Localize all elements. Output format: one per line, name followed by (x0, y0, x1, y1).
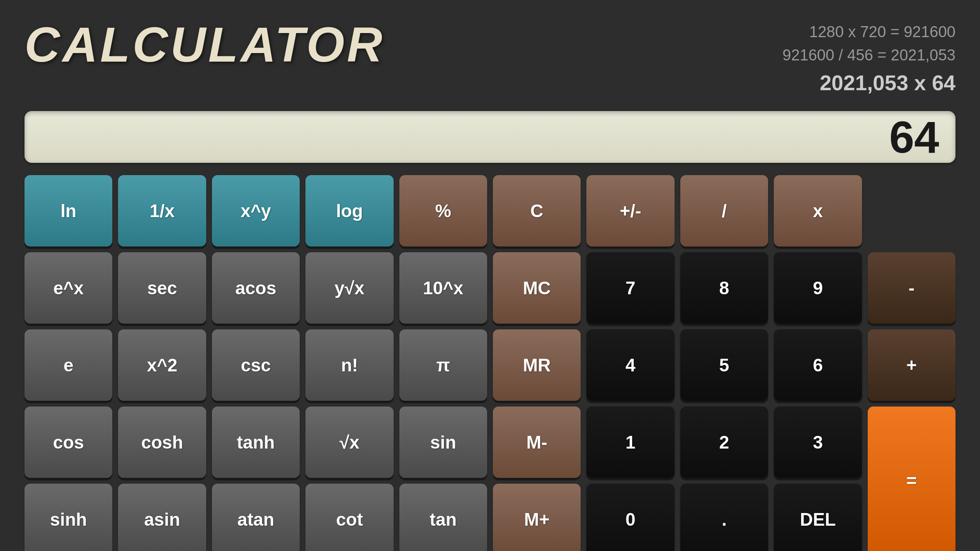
btn-log[interactable]: log (305, 175, 393, 247)
btn-1x[interactable]: 1/x (118, 175, 206, 247)
btn-3[interactable]: 3 (774, 407, 862, 478)
btn-10x[interactable]: 10^x (399, 252, 487, 324)
btn-factorial[interactable]: n! (305, 329, 393, 401)
btn-6[interactable]: 6 (774, 329, 862, 401)
btn-multiply[interactable]: x (774, 175, 862, 247)
btn-sqrt[interactable]: √x (305, 407, 393, 478)
btn-tan[interactable]: tan (399, 484, 487, 551)
btn-ln[interactable]: ln (24, 175, 112, 247)
btn-mminus[interactable]: M- (493, 407, 581, 478)
btn-sec[interactable]: sec (118, 252, 206, 324)
btn-4[interactable]: 4 (586, 329, 674, 401)
btn-divide[interactable]: / (680, 175, 768, 247)
btn-acos[interactable]: acos (212, 252, 300, 324)
history-area: 1280 x 720 = 921600 921600 / 456 = 2021,… (782, 20, 956, 99)
btn-9[interactable]: 9 (774, 252, 862, 324)
btn-mplus[interactable]: M+ (493, 484, 581, 551)
btn-csc[interactable]: csc (212, 329, 300, 401)
btn-xsquared[interactable]: x^2 (118, 329, 206, 401)
btn-pi[interactable]: π (399, 329, 487, 401)
btn-percent[interactable]: % (399, 175, 487, 247)
btn-1[interactable]: 1 (586, 407, 674, 478)
btn-asin[interactable]: asin (118, 484, 206, 551)
btn-yrootx[interactable]: y√x (305, 252, 393, 324)
btn-2[interactable]: 2 (680, 407, 768, 478)
buttons-grid: ln 1/x x^y log % C +/- / x e^x sec acos … (24, 175, 956, 551)
btn-minus[interactable]: - (868, 252, 956, 324)
btn-cos[interactable]: cos (24, 407, 112, 478)
btn-cosh[interactable]: cosh (118, 407, 206, 478)
btn-del[interactable]: DEL (774, 484, 862, 551)
display-value: 64 (889, 111, 939, 163)
history-line2: 921600 / 456 = 2021,053 (782, 44, 956, 67)
btn-sin[interactable]: sin (399, 407, 487, 478)
btn-plusminus[interactable]: +/- (586, 175, 674, 247)
btn-7[interactable]: 7 (586, 252, 674, 324)
btn-plus[interactable]: + (868, 329, 956, 401)
top-area: CALCULATOR 1280 x 720 = 921600 921600 / … (24, 16, 956, 99)
btn-atan[interactable]: atan (212, 484, 300, 551)
current-expression: 2021,053 x 64 (782, 67, 956, 99)
btn-decimal[interactable]: . (680, 484, 768, 551)
app-title: CALCULATOR (24, 16, 385, 73)
btn-ex[interactable]: e^x (24, 252, 112, 324)
btn-cot[interactable]: cot (305, 484, 393, 551)
btn-sinh[interactable]: sinh (24, 484, 112, 551)
btn-8[interactable]: 8 (680, 252, 768, 324)
btn-clear[interactable]: C (493, 175, 581, 247)
history-line1: 1280 x 720 = 921600 (782, 20, 956, 44)
btn-0[interactable]: 0 (586, 484, 674, 551)
btn-xpowy[interactable]: x^y (212, 175, 300, 247)
btn-tanh[interactable]: tanh (212, 407, 300, 478)
btn-mr[interactable]: MR (493, 329, 581, 401)
btn-equals[interactable]: = (868, 407, 956, 551)
display: 64 (24, 111, 956, 163)
btn-5[interactable]: 5 (680, 329, 768, 401)
btn-e[interactable]: e (24, 329, 112, 401)
btn-mc[interactable]: MC (493, 252, 581, 324)
